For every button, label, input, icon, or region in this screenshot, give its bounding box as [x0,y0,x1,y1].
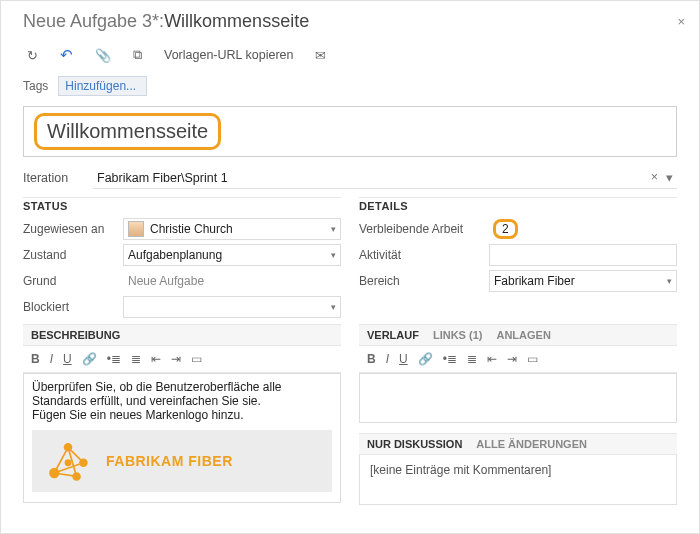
attach-icon[interactable]: 📎 [95,48,111,63]
tab-all-changes[interactable]: ALLE ÄNDERUNGEN [476,438,587,450]
logo-card: FABRIKAM FIBER [32,430,332,492]
outdent-icon[interactable]: ⇤ [487,352,497,366]
assigned-row: Zugewiesen an Christie Church ▾ [23,218,341,240]
description-header: BESCHREIBUNG [23,324,341,346]
area-row: Bereich Fabrikam Fiber ▾ [359,270,677,292]
description-editor[interactable]: Überprüfen Sie, ob die Benutzeroberfläch… [23,373,341,503]
remaining-highlight: 2 [493,219,518,239]
title-input[interactable]: Willkommensseite [23,106,677,157]
assigned-value: Christie Church [150,222,233,236]
toolbar: ↻ ↶ 📎 ⧉ Vorlagen-URL kopieren ✉ [1,34,699,74]
chevron-down-icon[interactable]: ▾ [331,250,336,260]
numbers-icon[interactable]: ≣ [467,352,477,366]
description-line1: Überprüfen Sie, ob die Benutzeroberfläch… [32,380,332,408]
activity-row: Aktivität [359,244,677,266]
bullets-icon[interactable]: •≣ [443,352,457,366]
svg-point-9 [65,460,70,465]
reason-row: Grund Neue Aufgabe [23,270,341,292]
assigned-input[interactable]: Christie Church ▾ [123,218,341,240]
undo-icon[interactable]: ↶ [60,46,73,64]
title-field-wrap: Willkommensseite [1,106,699,167]
blocked-row: Blockiert ▾ [23,296,341,318]
reason-value: Neue Aufgabe [128,274,204,288]
iteration-dropdown-icon[interactable]: ▾ [666,170,673,185]
tab-history[interactable]: VERLAUF [367,329,419,341]
image-icon[interactable]: ▭ [527,352,538,366]
details-heading: DETAILS [359,197,677,218]
copy-icon[interactable]: ⧉ [133,47,142,63]
chevron-down-icon[interactable]: ▾ [667,276,672,286]
iteration-label: Iteration [23,171,93,185]
fabrikam-logo-icon [42,437,94,485]
bold-icon[interactable]: B [31,352,40,366]
assigned-label: Zugewiesen an [23,222,123,236]
bold-icon[interactable]: B [367,352,376,366]
chevron-down-icon[interactable]: ▾ [331,302,336,312]
underline-icon[interactable]: U [63,352,72,366]
chevron-down-icon[interactable]: ▾ [331,224,336,234]
left-column: STATUS Zugewiesen an Christie Church ▾ Z… [23,197,341,505]
iteration-clear-icon[interactable]: × [651,170,658,185]
state-row: Zustand Aufgabenplanung ▾ [23,244,341,266]
title-highlight: Willkommensseite [34,113,221,150]
iteration-value: Fabrikam Fiber\Sprint 1 [97,171,228,185]
state-value: Aufgabenplanung [128,248,222,262]
bullets-icon[interactable]: •≣ [107,352,121,366]
blocked-label: Blockiert [23,300,123,314]
activity-input[interactable] [489,244,677,266]
area-input[interactable]: Fabrikam Fiber ▾ [489,270,677,292]
svg-point-7 [80,459,87,466]
blocked-input[interactable]: ▾ [123,296,341,318]
logo-text: FABRIKAM FIBER [106,453,233,469]
svg-point-8 [73,473,80,480]
discussion-tabs: NUR DISKUSSION ALLE ÄNDERUNGEN [359,433,677,455]
reason-value-field: Neue Aufgabe [123,270,341,292]
image-icon[interactable]: ▭ [191,352,202,366]
tags-label: Tags [23,79,48,93]
tab-attachments[interactable]: ANLAGEN [496,329,550,341]
numbers-icon[interactable]: ≣ [131,352,141,366]
tab-discussion[interactable]: NUR DISKUSSION [367,438,462,450]
remaining-row: Verbleibende Arbeit 2 [359,218,677,240]
title-prefix: Neue Aufgabe 3*: [23,11,164,32]
italic-icon[interactable]: I [386,352,389,366]
svg-point-5 [50,469,59,478]
history-editor[interactable] [359,373,677,423]
underline-icon[interactable]: U [399,352,408,366]
activity-label: Aktivität [359,248,489,262]
italic-icon[interactable]: I [50,352,53,366]
remaining-input[interactable]: 2 [489,218,677,240]
reason-label: Grund [23,274,123,288]
remaining-value: 2 [502,222,509,236]
tags-row: Tags Hinzufügen... [1,74,699,106]
refresh-icon[interactable]: ↻ [27,48,38,63]
indent-icon[interactable]: ⇥ [171,352,181,366]
description-line2: Fügen Sie ein neues Markenlogo hinzu. [32,408,332,422]
history-toolbar: B I U 🔗 •≣ ≣ ⇤ ⇥ ▭ [359,346,677,373]
copy-template-url-button[interactable]: Vorlagen-URL kopieren [164,48,293,62]
avatar [128,221,144,237]
area-label: Bereich [359,274,489,288]
title-main: Willkommensseite [164,11,309,32]
link-icon[interactable]: 🔗 [82,352,97,366]
title-value: Willkommensseite [47,120,208,142]
iteration-input[interactable]: Fabrikam Fiber\Sprint 1 × ▾ [93,167,677,189]
remaining-label: Verbleibende Arbeit [359,222,489,236]
history-tabs: VERLAUF LINKS (1) ANLAGEN [359,324,677,346]
mail-icon[interactable]: ✉ [315,48,326,63]
iteration-row: Iteration Fabrikam Fiber\Sprint 1 × ▾ [1,167,699,197]
description-toolbar: B I U 🔗 •≣ ≣ ⇤ ⇥ ▭ [23,346,341,373]
add-tag-button[interactable]: Hinzufügen... [58,76,147,96]
close-icon[interactable]: × [677,14,685,29]
indent-icon[interactable]: ⇥ [507,352,517,366]
discussion-body: [keine Einträge mit Kommentaren] [359,455,677,505]
right-column: DETAILS Verbleibende Arbeit 2 Aktivität … [359,197,677,505]
discussion-section: NUR DISKUSSION ALLE ÄNDERUNGEN [keine Ei… [359,433,677,505]
window-titlebar: Neue Aufgabe 3*: Willkommensseite × [1,1,699,34]
link-icon[interactable]: 🔗 [418,352,433,366]
svg-point-6 [65,444,72,451]
outdent-icon[interactable]: ⇤ [151,352,161,366]
state-input[interactable]: Aufgabenplanung ▾ [123,244,341,266]
tab-links[interactable]: LINKS (1) [433,329,483,341]
area-value: Fabrikam Fiber [494,274,575,288]
